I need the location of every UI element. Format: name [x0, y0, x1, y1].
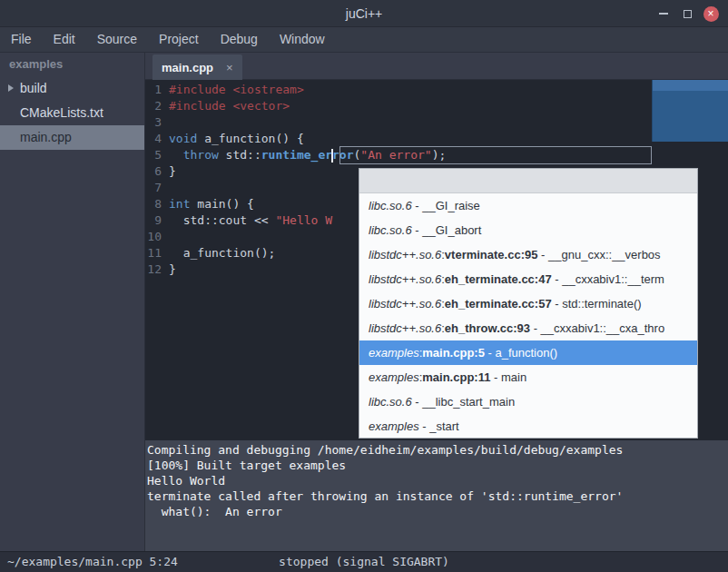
stack-frame-row[interactable]: examples:main.cpp:11 - main [359, 365, 697, 390]
tree-item-label: CMakeLists.txt [20, 105, 103, 120]
tree-item-build[interactable]: build [0, 76, 144, 101]
code-line-4[interactable]: 4void a_function() { [145, 131, 728, 147]
tooltip-fragment-header [653, 80, 728, 91]
close-button[interactable]: × [699, 0, 723, 27]
debug-status: stopped (signal SIGABRT) [279, 552, 449, 572]
jucipp-window: juCi++ × FileEditSourceProjectDebugWindo… [0, 0, 728, 572]
line-number: 10 [145, 229, 169, 245]
code-text: throw std::runtime_error("An error"); [169, 147, 446, 163]
window-controls: × [652, 0, 723, 27]
stack-frame-row[interactable]: libc.so.6 - __GI_abort [359, 218, 697, 242]
code-line-1[interactable]: 1#include <iostream> [145, 82, 728, 98]
line-number: 8 [145, 196, 169, 212]
terminal-line: what(): An error [147, 504, 728, 519]
tree-item-main-cpp[interactable]: main.cpp [0, 125, 144, 150]
minimize-button[interactable] [652, 0, 675, 27]
line-number: 4 [145, 131, 169, 147]
maximize-button[interactable] [675, 0, 699, 27]
tab-close-icon[interactable]: × [226, 61, 233, 74]
stack-frame-row[interactable]: libc.so.6 - __libc_start_main [359, 390, 697, 414]
file-tree: buildCMakeLists.txtmain.cpp [0, 76, 144, 150]
project-name: examples [0, 53, 144, 76]
tree-item-label: main.cpp [20, 130, 72, 144]
line-number: 6 [145, 163, 169, 180]
terminal-line: Compiling and debugging /home/eidheim/ex… [147, 442, 728, 458]
line-number: 3 [145, 114, 169, 131]
tab-main-cpp[interactable]: main.cpp× [152, 54, 242, 80]
window-title: juCi++ [0, 0, 728, 27]
stack-frame-row[interactable]: libstdc++.so.6:eh_throw.cc:93 - __cxxabi… [359, 316, 697, 340]
code-text: } [169, 261, 176, 278]
tooltip-fragment [652, 80, 728, 142]
line-number: 5 [145, 147, 169, 163]
tab-bar: main.cpp× [145, 53, 728, 80]
terminal-line: [100%] Built target examples [147, 458, 728, 473]
titlebar[interactable]: juCi++ × [0, 0, 728, 27]
tab-label: main.cpp [162, 61, 213, 74]
code-text: } [169, 163, 176, 180]
code-line-3[interactable]: 3 [145, 114, 728, 131]
line-number: 12 [145, 261, 169, 278]
menu-edit[interactable]: Edit [43, 27, 86, 52]
line-number: 2 [145, 98, 169, 114]
menubar: FileEditSourceProjectDebugWindow [0, 27, 728, 53]
menu-source[interactable]: Source [86, 27, 148, 52]
stack-frame-list: libc.so.6 - __GI_raiselibc.so.6 - __GI_a… [359, 193, 697, 439]
maximize-icon [684, 10, 692, 18]
status-bar: ~/examples/main.cpp 5:24 stopped (signal… [0, 551, 728, 572]
tree-item-label: build [20, 81, 47, 95]
menu-window[interactable]: Window [269, 27, 336, 52]
main-area: main.cpp× 1#include <iostream>2#include … [145, 53, 728, 551]
terminal-output[interactable]: Compiling and debugging /home/eidheim/ex… [145, 440, 728, 551]
line-number: 1 [145, 82, 169, 98]
stack-frame-row[interactable]: examples - _start [359, 414, 697, 439]
stack-trace-popup: libc.so.6 - __GI_raiselibc.so.6 - __GI_a… [359, 168, 698, 439]
stack-frame-row[interactable]: libstdc++.so.6:vterminate.cc:95 - __gnu_… [359, 242, 697, 267]
code-line-2[interactable]: 2#include <vector> [145, 98, 728, 114]
code-text: #include <vector> [169, 98, 290, 114]
menu-project[interactable]: Project [148, 27, 210, 52]
menu-file[interactable]: File [0, 27, 43, 52]
menu-debug[interactable]: Debug [210, 27, 269, 52]
cursor-location: ~/examples/main.cpp 5:24 [7, 552, 178, 572]
file-tree-panel: examples buildCMakeLists.txtmain.cpp [0, 53, 145, 551]
code-text: int main() { [169, 196, 254, 212]
code-text: void a_function() { [169, 131, 304, 147]
code-line-5[interactable]: 5 throw std::runtime_error("An error"); [145, 147, 728, 163]
stack-popup-search-area[interactable] [359, 169, 697, 193]
stack-frame-row[interactable]: libstdc++.so.6:eh_terminate.cc:47 - __cx… [359, 267, 697, 291]
line-number: 11 [145, 245, 169, 261]
code-editor[interactable]: 1#include <iostream>2#include <vector>34… [145, 80, 728, 440]
stack-frame-row[interactable]: libc.so.6 - __GI_raise [359, 193, 697, 218]
chevron-right-icon[interactable] [8, 84, 14, 92]
code-text: a_function(); [169, 245, 275, 261]
tree-item-cmakelists-txt[interactable]: CMakeLists.txt [0, 101, 144, 125]
code-text: #include <iostream> [169, 82, 304, 98]
stack-frame-row[interactable]: libstdc++.so.6:eh_terminate.cc:57 - std:… [359, 291, 697, 316]
stack-frame-row[interactable]: examples:main.cpp:5 - a_function() [359, 340, 697, 365]
line-number: 9 [145, 212, 169, 229]
terminal-line: terminate called after throwing an insta… [147, 488, 728, 504]
code-text: std::cout << "Hello W [169, 212, 332, 229]
close-icon: × [703, 6, 719, 22]
minimize-icon [659, 13, 668, 15]
terminal-line: Hello World [147, 473, 728, 488]
line-number: 7 [145, 180, 169, 196]
